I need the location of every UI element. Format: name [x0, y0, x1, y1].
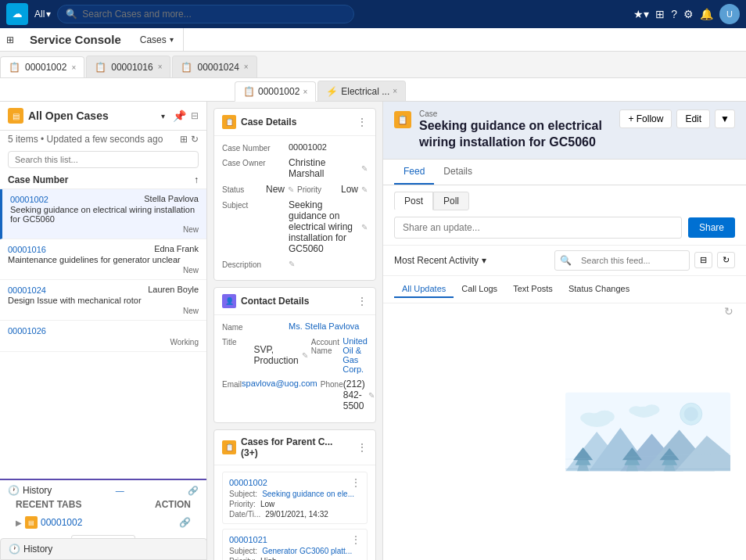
app-grid-icon[interactable]: ⊞: [0, 34, 20, 45]
sidebar-case-00001002[interactable]: 00001002 Stella Pavlova Seeking guidance…: [0, 189, 206, 239]
nav-icons: ★▾ ⊞ ? ⚙ 🔔 U: [633, 4, 740, 24]
notification-icon[interactable]: 🔔: [700, 8, 713, 20]
related-case-expand[interactable]: ⋮: [351, 477, 360, 488]
related-case-expand[interactable]: ⋮: [351, 534, 360, 545]
post-tab-post[interactable]: Post: [394, 192, 433, 210]
cases-parent-more-icon[interactable]: ⋮: [357, 441, 368, 454]
account-name-value[interactable]: United Oil & Gas Corp.: [343, 336, 368, 374]
feed-tab-feed[interactable]: Feed: [394, 160, 434, 185]
edit-button[interactable]: Edit: [676, 109, 710, 128]
sub-tab-electrical-icon: ⚡: [326, 86, 338, 97]
cases-parent-card: 📋 Cases for Parent C... (3+) ⋮ 00001002 …: [213, 429, 376, 560]
more-button[interactable]: ▼: [715, 109, 735, 128]
tab-00001024-close[interactable]: ×: [244, 63, 249, 71]
update-tab-call-logs[interactable]: Call Logs: [454, 281, 505, 298]
status-edit-icon[interactable]: ✎: [288, 185, 294, 194]
case-details-header: 📋 Case Details ⋮: [214, 109, 375, 136]
related-case-num[interactable]: 00001002: [229, 478, 267, 487]
update-tab-text-posts[interactable]: Text Posts: [505, 281, 561, 298]
sidebar-refresh-icon[interactable]: ↻: [191, 134, 199, 145]
related-subject-label: Subject:: [229, 547, 257, 555]
related-date-label: Date/Ti...: [229, 510, 260, 519]
tab-00001016[interactable]: 📋 00001016 ×: [86, 56, 170, 77]
favorites-icon[interactable]: ★▾: [633, 8, 649, 20]
salesforce-logo[interactable]: ☁: [6, 3, 28, 25]
recent-tab-copy-icon[interactable]: 🔗: [179, 517, 191, 528]
tab-00001024[interactable]: 📋 00001024 ×: [172, 56, 256, 77]
app-title: Service Console: [20, 33, 131, 46]
help-icon[interactable]: ?: [671, 8, 677, 20]
case-type-label: Case: [419, 109, 612, 118]
update-tab-status-changes[interactable]: Status Changes: [561, 281, 637, 298]
feed-tab-details[interactable]: Details: [434, 160, 482, 185]
update-tab-all[interactable]: All Updates: [394, 281, 454, 298]
sub-tab-electrical-close[interactable]: ×: [393, 87, 397, 95]
contact-details-body: Name Ms. Stella Pavlova Title SVP, Produ…: [214, 315, 375, 422]
sidebar-pin-icon[interactable]: 📌: [173, 109, 186, 122]
sidebar-search-input[interactable]: [8, 151, 199, 168]
contact-title-edit-icon[interactable]: ✎: [302, 351, 308, 360]
sub-tab-00001002-close[interactable]: ×: [303, 88, 307, 96]
contact-email-label: Email: [222, 379, 242, 411]
contact-name-value[interactable]: Ms. Stella Pavlova: [289, 321, 368, 332]
sidebar-collapse-icon[interactable]: ⊟: [191, 110, 199, 121]
tab-00001002[interactable]: 📋 00001002 ×: [0, 56, 84, 78]
contact-details-header: 👤 Contact Details ⋮: [214, 288, 375, 315]
priority-value: Low ✎: [341, 184, 368, 195]
post-input[interactable]: [394, 217, 682, 239]
related-date-val: 29/01/2021, 14:32: [265, 510, 328, 519]
global-search-bar[interactable]: 🔍: [57, 5, 354, 23]
contact-details-more-icon[interactable]: ⋮: [357, 295, 368, 307]
description-edit-icon[interactable]: ✎: [289, 260, 295, 268]
sidebar-case-00001026[interactable]: 00001026 Working: [0, 321, 206, 352]
case-owner-edit-icon[interactable]: ✎: [361, 164, 368, 173]
sidebar-view-toggle[interactable]: ⊞: [180, 134, 188, 145]
middle-panel: 📋 Case Details ⋮ Case Number 00001002 Ca…: [207, 102, 383, 560]
action-label: ACTION: [155, 499, 191, 510]
tab-00001016-icon: 📋: [95, 62, 106, 73]
related-case-num[interactable]: 00001021: [229, 535, 267, 544]
contact-email-value[interactable]: spavlova@uog.com: [242, 379, 317, 411]
related-case-subject-row: Subject: Generator GC3060 platt...: [229, 547, 360, 555]
sidebar-case-00001024[interactable]: 00001024 Lauren Boyle Design Issue with …: [0, 280, 206, 321]
contact-phone-edit-icon[interactable]: ✎: [368, 391, 375, 400]
contact-title-label: Title: [222, 336, 253, 374]
global-search-input[interactable]: [82, 9, 346, 20]
tab-00001016-close[interactable]: ×: [158, 63, 163, 71]
sub-tab-00001002[interactable]: 📋 00001002 ×: [235, 81, 316, 102]
case-owner-link[interactable]: Christine Marshall: [289, 157, 358, 179]
contact-title-value: SVP, Production ✎: [253, 336, 307, 374]
sort-icon[interactable]: ↑: [194, 174, 199, 185]
history-link-icon[interactable]: 🔗: [188, 486, 199, 496]
related-subject-val[interactable]: Generator GC3060 platt...: [262, 547, 352, 555]
update-tabs: All Updates Call Logs Text Posts Status …: [383, 276, 746, 303]
refresh-icon[interactable]: ↻: [724, 305, 733, 318]
tab-00001002-close[interactable]: ×: [71, 63, 76, 72]
sidebar-case-00001016[interactable]: 00001016 Edna Frank Maintenance guidelin…: [0, 239, 206, 280]
settings-icon[interactable]: ⚙: [683, 8, 694, 20]
sidebar-dropdown-icon[interactable]: ▾: [161, 112, 165, 120]
feed-refresh-btn[interactable]: ↻: [717, 252, 735, 268]
share-button[interactable]: Share: [688, 217, 735, 238]
history-bar[interactable]: 🕐 History: [0, 538, 207, 560]
related-priority-val: Low: [260, 500, 274, 508]
feed-search-input[interactable]: [575, 253, 684, 268]
feed-filter-btn[interactable]: ⊟: [694, 252, 712, 268]
case-owner-value: Christine Marshall ✎: [289, 157, 368, 179]
post-tabs: Post Poll: [394, 192, 735, 210]
priority-edit-icon[interactable]: ✎: [361, 185, 368, 194]
history-collapse-btn[interactable]: —: [116, 486, 124, 495]
sub-tab-electrical[interactable]: ⚡ Electrical ... ×: [317, 81, 406, 101]
case-details-more-icon[interactable]: ⋮: [357, 116, 368, 128]
expand-icon[interactable]: ▶: [16, 519, 22, 527]
related-subject-val[interactable]: Seeking guidance on ele...: [262, 490, 354, 498]
feed-filter[interactable]: Most Recent Activity ▾: [394, 255, 486, 266]
waffle-icon[interactable]: ⊞: [655, 8, 665, 20]
nav-all-menu[interactable]: All ▾: [34, 9, 51, 20]
recent-tab-00001002[interactable]: ▶ ▤ 00001002 🔗: [8, 513, 199, 532]
avatar[interactable]: U: [719, 4, 740, 24]
follow-button[interactable]: + Follow: [619, 109, 672, 128]
subject-edit-icon[interactable]: ✎: [361, 223, 368, 232]
cases-tab[interactable]: Cases ▾: [131, 28, 184, 51]
post-tab-poll[interactable]: Poll: [433, 192, 469, 210]
